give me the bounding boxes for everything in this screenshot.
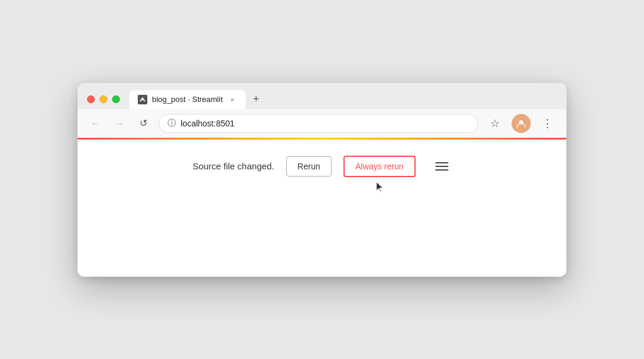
tab-close-button[interactable]: ×	[228, 95, 237, 104]
rerun-button[interactable]: Rerun	[286, 156, 332, 177]
tab-title: blog_post · Streamlit	[152, 95, 223, 104]
hamburger-line-3	[435, 169, 448, 171]
profile-button[interactable]	[512, 114, 531, 133]
bookmark-button[interactable]: ☆	[485, 114, 504, 133]
hamburger-button[interactable]	[432, 157, 451, 176]
tabs-area: blog_post · Streamlit × +	[129, 90, 557, 109]
reload-button[interactable]: ↺	[135, 115, 151, 132]
forward-button[interactable]: →	[111, 115, 128, 132]
always-rerun-container: Always rerun	[343, 156, 416, 177]
notification-message: Source file changed.	[193, 161, 274, 171]
menu-button[interactable]: ⋮	[538, 114, 557, 133]
new-tab-button[interactable]: +	[248, 91, 265, 108]
traffic-lights	[87, 95, 120, 103]
url-text: localhost:8501	[181, 119, 469, 128]
maximize-button[interactable]	[112, 95, 120, 103]
page-content	[78, 193, 566, 277]
tab-favicon	[138, 95, 147, 104]
close-button[interactable]	[87, 95, 95, 103]
url-bar[interactable]: ⓘ localhost:8501	[159, 114, 478, 133]
minimize-button[interactable]	[100, 95, 107, 103]
active-tab[interactable]: blog_post · Streamlit ×	[129, 90, 246, 109]
info-icon: ⓘ	[168, 118, 176, 129]
notification-bar: Source file changed. Rerun Always rerun	[78, 140, 566, 193]
hamburger-line-2	[435, 166, 448, 167]
back-button[interactable]: ←	[87, 115, 104, 132]
hamburger-line-1	[435, 162, 448, 163]
title-bar: blog_post · Streamlit × +	[78, 83, 566, 109]
address-bar: ← → ↺ ⓘ localhost:8501 ☆ ⋮	[78, 109, 566, 138]
browser-window: blog_post · Streamlit × + ← → ↺ ⓘ localh…	[78, 83, 566, 277]
always-rerun-button[interactable]: Always rerun	[343, 156, 416, 177]
